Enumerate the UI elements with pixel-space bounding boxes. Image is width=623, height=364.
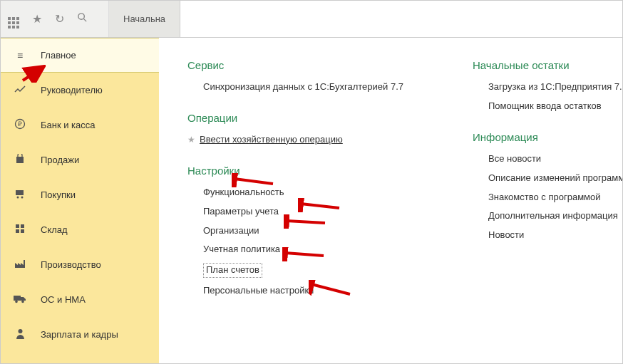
sidebar-item-purchases[interactable]: Покупки [1, 177, 159, 212]
bag-icon [14, 154, 26, 166]
svg-rect-8 [16, 224, 19, 228]
link-additional-info[interactable]: Дополнительная информация [473, 210, 623, 222]
factory-icon [14, 259, 26, 271]
svg-rect-9 [21, 224, 24, 228]
section-service: Сервис Синхронизация данных с 1С:Бухгалт… [187, 59, 423, 93]
svg-rect-13 [24, 260, 25, 268]
link-personal-settings[interactable]: Персональные настройки [187, 285, 423, 297]
link-sync[interactable]: Синхронизация данных с 1С:Бухгалтерией 7… [187, 81, 423, 93]
heading-service: Сервис [187, 59, 423, 71]
link-balance-assistant[interactable]: Помощник ввода остатков [473, 100, 623, 113]
sidebar-item-hr[interactable]: Зарплата и кадры [1, 317, 159, 352]
svg-rect-5 [16, 190, 24, 195]
heading-info: Информация [473, 131, 623, 143]
svg-rect-11 [21, 229, 24, 233]
chart-icon [14, 85, 26, 96]
heading-balances: Начальные остатки [473, 59, 623, 71]
sidebar: ≡ Главное Руководителю ₽ Банк и касса Пр… [1, 38, 159, 363]
svg-text:₽: ₽ [18, 120, 22, 128]
svg-point-6 [17, 197, 19, 199]
svg-point-0 [78, 14, 84, 19]
svg-point-18 [18, 329, 22, 333]
sidebar-item-production[interactable]: Производство [1, 247, 159, 282]
svg-rect-10 [16, 229, 19, 233]
person-icon [14, 328, 26, 341]
link-chart-of-accounts[interactable]: План счетов [203, 263, 262, 278]
truck-icon [14, 294, 26, 306]
link-news[interactable]: Новости [473, 229, 623, 241]
sidebar-item-label: Главное [41, 50, 76, 61]
sidebar-item-label: Покупки [41, 189, 76, 200]
top-toolbar: ★ ↻ Начальна [1, 1, 622, 38]
svg-point-17 [21, 300, 24, 303]
link-accounting-policy[interactable]: Учетная политика [187, 244, 423, 256]
toolbar-icons: ★ ↻ [1, 1, 109, 37]
sidebar-item-label: ОС и НМА [41, 294, 86, 305]
sidebar-item-sales[interactable]: Продажи [1, 142, 159, 177]
svg-line-1 [83, 19, 86, 21]
sidebar-item-manager[interactable]: Руководителю [1, 73, 159, 108]
sidebar-item-label: Производство [41, 259, 101, 270]
sidebar-item-assets[interactable]: ОС и НМА [1, 282, 159, 317]
sidebar-item-label: Склад [41, 224, 68, 235]
svg-marker-15 [21, 297, 26, 301]
star-icon[interactable]: ★ [32, 12, 42, 26]
sidebar-item-label: Руководителю [41, 85, 103, 95]
sidebar-item-bank[interactable]: ₽ Банк и касса [1, 108, 159, 142]
sidebar-item-label: Зарплата и кадры [41, 329, 118, 340]
link-all-news[interactable]: Все новости [473, 153, 623, 165]
search-icon[interactable] [77, 12, 88, 26]
link-functionality[interactable]: Функциональность [187, 187, 423, 199]
ruble-icon: ₽ [14, 118, 26, 132]
boxes-icon [14, 224, 26, 236]
link-accounting-params[interactable]: Параметры учета [187, 206, 423, 218]
link-load-1c[interactable]: Загрузка из 1С:Предприятия 7.7 [473, 81, 623, 93]
toolbar-rest [180, 1, 622, 37]
tab-home[interactable]: Начальна [109, 1, 180, 37]
content: Сервис Синхронизация данных с 1С:Бухгалт… [159, 38, 622, 363]
section-settings: Настройки Функциональность Параметры уче… [187, 165, 423, 297]
svg-rect-4 [16, 157, 24, 163]
heading-settings: Настройки [187, 165, 423, 177]
section-info: Информация Все новости Описание изменени… [473, 131, 623, 241]
section-operations: Операции Ввести хозяйственную операцию [187, 112, 423, 146]
sidebar-item-main[interactable]: ≡ Главное [1, 38, 159, 73]
history-icon[interactable]: ↻ [55, 12, 64, 26]
svg-point-16 [15, 300, 18, 303]
svg-rect-14 [14, 296, 21, 301]
heading-operations: Операции [187, 112, 423, 124]
apps-icon[interactable] [8, 10, 19, 28]
svg-point-7 [21, 197, 24, 199]
section-balances: Начальные остатки Загрузка из 1С:Предпри… [473, 59, 623, 113]
svg-marker-12 [15, 263, 24, 268]
content-col-left: Сервис Синхронизация данных с 1С:Бухгалт… [187, 59, 423, 349]
link-enter-operation[interactable]: Ввести хозяйственную операцию [187, 134, 423, 146]
content-col-right: Начальные остатки Загрузка из 1С:Предпри… [473, 59, 623, 349]
link-organizations[interactable]: Организации [187, 225, 423, 237]
sidebar-item-warehouse[interactable]: Склад [1, 212, 159, 247]
tab-label: Начальна [123, 14, 165, 24]
sidebar-item-label: Продажи [41, 155, 79, 165]
sidebar-item-label: Банк и касса [41, 120, 96, 130]
link-changelog[interactable]: Описание изменений программы [473, 172, 623, 184]
menu-icon: ≡ [14, 50, 26, 61]
cart-icon [14, 189, 26, 201]
link-intro[interactable]: Знакомство с программой [473, 192, 623, 204]
